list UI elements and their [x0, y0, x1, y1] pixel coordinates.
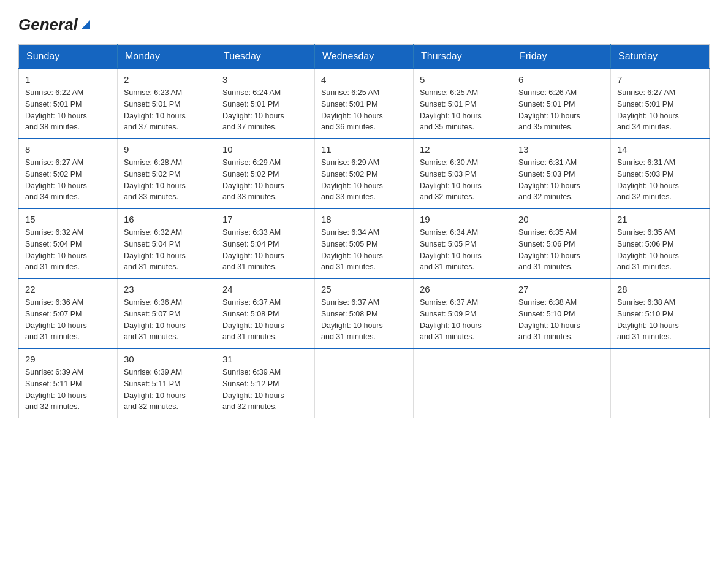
day-number: 21 [617, 214, 703, 224]
svg-marker-0 [82, 20, 90, 29]
calendar-cell: 24 Sunrise: 6:37 AMSunset: 5:08 PMDaylig… [216, 278, 315, 348]
day-number: 22 [25, 284, 111, 294]
day-info: Sunrise: 6:24 AMSunset: 5:01 PMDaylight:… [222, 87, 308, 133]
day-number: 30 [124, 354, 210, 364]
calendar-cell: 14 Sunrise: 6:31 AMSunset: 5:03 PMDaylig… [611, 139, 710, 209]
day-number: 1 [25, 74, 111, 85]
days-header-row: SundayMondayTuesdayWednesdayThursdayFrid… [19, 45, 710, 69]
logo: G eneral [18, 12, 93, 32]
calendar-cell: 18 Sunrise: 6:34 AMSunset: 5:05 PMDaylig… [315, 209, 414, 278]
day-number: 10 [222, 144, 308, 155]
calendar-cell [611, 348, 710, 418]
day-number: 14 [617, 144, 703, 155]
day-header-friday: Friday [512, 45, 611, 69]
calendar-cell: 1 Sunrise: 6:22 AMSunset: 5:01 PMDayligh… [19, 69, 118, 139]
calendar-cell: 11 Sunrise: 6:29 AMSunset: 5:02 PMDaylig… [315, 139, 414, 209]
calendar-cell: 9 Sunrise: 6:28 AMSunset: 5:02 PMDayligh… [118, 139, 216, 209]
calendar-cell: 22 Sunrise: 6:36 AMSunset: 5:07 PMDaylig… [19, 278, 118, 348]
day-number: 19 [420, 214, 506, 224]
calendar-cell: 29 Sunrise: 6:39 AMSunset: 5:11 PMDaylig… [19, 348, 118, 418]
day-number: 12 [420, 144, 506, 155]
day-header-saturday: Saturday [611, 45, 710, 69]
calendar-cell: 6 Sunrise: 6:26 AMSunset: 5:01 PMDayligh… [512, 69, 611, 139]
day-number: 5 [420, 74, 506, 85]
calendar-cell: 13 Sunrise: 6:31 AMSunset: 5:03 PMDaylig… [512, 139, 611, 209]
calendar-body: 1 Sunrise: 6:22 AMSunset: 5:01 PMDayligh… [19, 69, 710, 418]
calendar-cell: 19 Sunrise: 6:34 AMSunset: 5:05 PMDaylig… [414, 209, 512, 278]
day-header-tuesday: Tuesday [216, 45, 315, 69]
calendar-cell: 4 Sunrise: 6:25 AMSunset: 5:01 PMDayligh… [315, 69, 414, 139]
day-info: Sunrise: 6:31 AMSunset: 5:03 PMDaylight:… [518, 157, 604, 203]
day-info: Sunrise: 6:39 AMSunset: 5:11 PMDaylight:… [124, 367, 210, 413]
day-info: Sunrise: 6:27 AMSunset: 5:01 PMDaylight:… [617, 87, 703, 133]
day-info: Sunrise: 6:37 AMSunset: 5:08 PMDaylight:… [321, 297, 407, 343]
calendar-table: SundayMondayTuesdayWednesdayThursdayFrid… [18, 44, 710, 418]
day-info: Sunrise: 6:26 AMSunset: 5:01 PMDaylight:… [518, 87, 604, 133]
day-number: 26 [420, 284, 506, 294]
day-info: Sunrise: 6:32 AMSunset: 5:04 PMDaylight:… [124, 227, 210, 273]
day-info: Sunrise: 6:38 AMSunset: 5:10 PMDaylight:… [518, 297, 604, 343]
calendar-week-row: 1 Sunrise: 6:22 AMSunset: 5:01 PMDayligh… [19, 69, 710, 139]
day-info: Sunrise: 6:30 AMSunset: 5:03 PMDaylight:… [420, 157, 506, 203]
calendar-cell: 2 Sunrise: 6:23 AMSunset: 5:01 PMDayligh… [118, 69, 216, 139]
day-number: 29 [25, 354, 111, 364]
calendar-cell [315, 348, 414, 418]
day-info: Sunrise: 6:25 AMSunset: 5:01 PMDaylight:… [321, 87, 407, 133]
day-number: 2 [124, 74, 210, 85]
calendar-week-row: 22 Sunrise: 6:36 AMSunset: 5:07 PMDaylig… [19, 278, 710, 348]
calendar-cell: 20 Sunrise: 6:35 AMSunset: 5:06 PMDaylig… [512, 209, 611, 278]
calendar-cell: 23 Sunrise: 6:36 AMSunset: 5:07 PMDaylig… [118, 278, 216, 348]
day-number: 27 [518, 284, 604, 294]
calendar-cell: 7 Sunrise: 6:27 AMSunset: 5:01 PMDayligh… [611, 69, 710, 139]
day-info: Sunrise: 6:37 AMSunset: 5:09 PMDaylight:… [420, 297, 506, 343]
day-info: Sunrise: 6:36 AMSunset: 5:07 PMDaylight:… [124, 297, 210, 343]
calendar-cell: 5 Sunrise: 6:25 AMSunset: 5:01 PMDayligh… [414, 69, 512, 139]
page-header: G eneral [18, 12, 710, 32]
calendar-cell: 3 Sunrise: 6:24 AMSunset: 5:01 PMDayligh… [216, 69, 315, 139]
day-number: 13 [518, 144, 604, 155]
day-info: Sunrise: 6:31 AMSunset: 5:03 PMDaylight:… [617, 157, 703, 203]
calendar-week-row: 15 Sunrise: 6:32 AMSunset: 5:04 PMDaylig… [19, 209, 710, 278]
calendar-cell: 27 Sunrise: 6:38 AMSunset: 5:10 PMDaylig… [512, 278, 611, 348]
day-number: 6 [518, 74, 604, 85]
day-number: 11 [321, 144, 407, 155]
day-number: 20 [518, 214, 604, 224]
day-info: Sunrise: 6:37 AMSunset: 5:08 PMDaylight:… [222, 297, 308, 343]
calendar-cell: 31 Sunrise: 6:39 AMSunset: 5:12 PMDaylig… [216, 348, 315, 418]
day-number: 24 [222, 284, 308, 294]
day-info: Sunrise: 6:28 AMSunset: 5:02 PMDaylight:… [124, 157, 210, 203]
day-info: Sunrise: 6:32 AMSunset: 5:04 PMDaylight:… [25, 227, 111, 273]
day-info: Sunrise: 6:29 AMSunset: 5:02 PMDaylight:… [222, 157, 308, 203]
day-number: 31 [222, 354, 308, 364]
day-number: 23 [124, 284, 210, 294]
day-number: 17 [222, 214, 308, 224]
calendar-week-row: 29 Sunrise: 6:39 AMSunset: 5:11 PMDaylig… [19, 348, 710, 418]
day-number: 15 [25, 214, 111, 224]
day-number: 4 [321, 74, 407, 85]
day-info: Sunrise: 6:23 AMSunset: 5:01 PMDaylight:… [124, 87, 210, 133]
day-info: Sunrise: 6:34 AMSunset: 5:05 PMDaylight:… [321, 227, 407, 273]
day-number: 9 [124, 144, 210, 155]
day-info: Sunrise: 6:33 AMSunset: 5:04 PMDaylight:… [222, 227, 308, 273]
day-info: Sunrise: 6:39 AMSunset: 5:12 PMDaylight:… [222, 367, 308, 413]
day-info: Sunrise: 6:25 AMSunset: 5:01 PMDaylight:… [420, 87, 506, 133]
day-number: 3 [222, 74, 308, 85]
calendar-cell: 10 Sunrise: 6:29 AMSunset: 5:02 PMDaylig… [216, 139, 315, 209]
calendar-cell: 25 Sunrise: 6:37 AMSunset: 5:08 PMDaylig… [315, 278, 414, 348]
day-header-thursday: Thursday [414, 45, 512, 69]
day-info: Sunrise: 6:22 AMSunset: 5:01 PMDaylight:… [25, 87, 111, 133]
day-info: Sunrise: 6:35 AMSunset: 5:06 PMDaylight:… [617, 227, 703, 273]
calendar-cell: 30 Sunrise: 6:39 AMSunset: 5:11 PMDaylig… [118, 348, 216, 418]
calendar-cell: 12 Sunrise: 6:30 AMSunset: 5:03 PMDaylig… [414, 139, 512, 209]
day-number: 28 [617, 284, 703, 294]
day-info: Sunrise: 6:39 AMSunset: 5:11 PMDaylight:… [25, 367, 111, 413]
day-header-monday: Monday [118, 45, 216, 69]
calendar-week-row: 8 Sunrise: 6:27 AMSunset: 5:02 PMDayligh… [19, 139, 710, 209]
calendar-cell: 17 Sunrise: 6:33 AMSunset: 5:04 PMDaylig… [216, 209, 315, 278]
day-number: 25 [321, 284, 407, 294]
calendar-cell [512, 348, 611, 418]
day-number: 18 [321, 214, 407, 224]
day-info: Sunrise: 6:29 AMSunset: 5:02 PMDaylight:… [321, 157, 407, 203]
day-number: 7 [617, 74, 703, 85]
day-info: Sunrise: 6:36 AMSunset: 5:07 PMDaylight:… [25, 297, 111, 343]
